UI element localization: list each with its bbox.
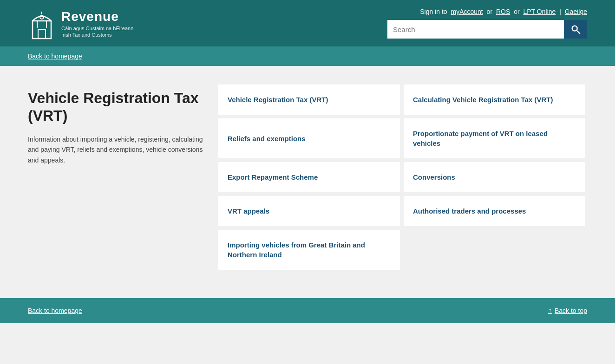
logo-subtitle1: Cáin agus Custaim na hÉireann: [61, 25, 133, 32]
svg-line-7: [577, 31, 580, 33]
search-input[interactable]: [387, 20, 564, 39]
search-icon: [570, 24, 581, 34]
card-vrt-appeals: VRT appeals: [218, 196, 400, 226]
ros-link[interactable]: ROS: [496, 8, 510, 15]
back-to-top-label: Back to top: [555, 307, 587, 314]
card-calculating-vrt-link[interactable]: Calculating Vehicle Registration Tax (VR…: [413, 95, 553, 104]
site-footer: Back to homepage ↑ Back to top: [0, 298, 615, 323]
card-conversions: Conversions: [404, 162, 585, 192]
logo-subtitle2: Irish Tax and Customs: [61, 32, 133, 38]
site-header: Revenue Cáin agus Custaim na hÉireann Ir…: [0, 0, 615, 46]
footer-back-to-homepage-link[interactable]: Back to homepage: [28, 307, 82, 314]
card-calculating-vrt: Calculating Vehicle Registration Tax (VR…: [404, 84, 585, 115]
logo-revenue: Revenue: [61, 8, 133, 25]
card-authorised-traders: Authorised traders and processes: [404, 196, 585, 226]
logo-area: Revenue Cáin agus Custaim na hÉireann Ir…: [28, 7, 133, 39]
myaccount-link[interactable]: myAccount: [451, 8, 483, 15]
search-button[interactable]: [564, 20, 587, 39]
or1: or: [487, 8, 492, 15]
main-content: Vehicle Registration Tax (VRT) Informati…: [0, 66, 615, 298]
page-description: Information about importing a vehicle, r…: [28, 134, 204, 165]
back-to-top-arrow-icon: ↑: [548, 306, 552, 315]
card-reliefs-exemptions-link[interactable]: Reliefs and exemptions: [228, 134, 306, 143]
search-bar: [387, 20, 587, 39]
back-to-top-button[interactable]: ↑ Back to top: [548, 306, 587, 315]
card-vrt-main: Vehicle Registration Tax (VRT): [218, 84, 400, 115]
gaeilge-link[interactable]: Gaeilge: [565, 8, 587, 15]
card-proportionate-payment-link[interactable]: Proportionate payment of VRT on leased v…: [413, 129, 576, 148]
signin-prefix: Sign in to: [420, 8, 447, 15]
logo-text: Revenue Cáin agus Custaim na hÉireann Ir…: [61, 8, 133, 39]
svg-rect-1: [38, 29, 46, 39]
breadcrumb-bar: Back to homepage: [0, 46, 615, 66]
content-layout: Vehicle Registration Tax (VRT) Informati…: [28, 84, 585, 270]
separator: |: [559, 8, 561, 15]
revenue-logo-icon: [28, 7, 56, 39]
card-export-repayment-link[interactable]: Export Repayment Scheme: [228, 172, 318, 182]
card-vrt-appeals-link[interactable]: VRT appeals: [228, 206, 269, 216]
or2: or: [514, 8, 519, 15]
lpt-online-link[interactable]: LPT Online: [523, 8, 556, 15]
card-authorised-traders-link[interactable]: Authorised traders and processes: [413, 206, 526, 216]
sign-in-bar: Sign in to myAccount or ROS or LPT Onlin…: [418, 8, 587, 15]
page-title: Vehicle Registration Tax (VRT): [28, 89, 204, 125]
card-conversions-link[interactable]: Conversions: [413, 172, 455, 182]
card-vrt-main-link[interactable]: Vehicle Registration Tax (VRT): [228, 95, 328, 104]
header-right: Sign in to myAccount or ROS or LPT Onlin…: [387, 8, 587, 39]
back-to-homepage-link[interactable]: Back to homepage: [28, 52, 82, 60]
card-importing-gb-link[interactable]: Importing vehicles from Great Britain an…: [228, 240, 391, 260]
card-reliefs-exemptions: Reliefs and exemptions: [218, 118, 400, 158]
card-importing-gb: Importing vehicles from Great Britain an…: [218, 230, 400, 270]
card-export-repayment: Export Repayment Scheme: [218, 162, 400, 192]
left-panel: Vehicle Registration Tax (VRT) Informati…: [28, 84, 204, 270]
card-proportionate-payment: Proportionate payment of VRT on leased v…: [404, 118, 585, 158]
cards-grid: Vehicle Registration Tax (VRT) Calculati…: [218, 84, 585, 270]
